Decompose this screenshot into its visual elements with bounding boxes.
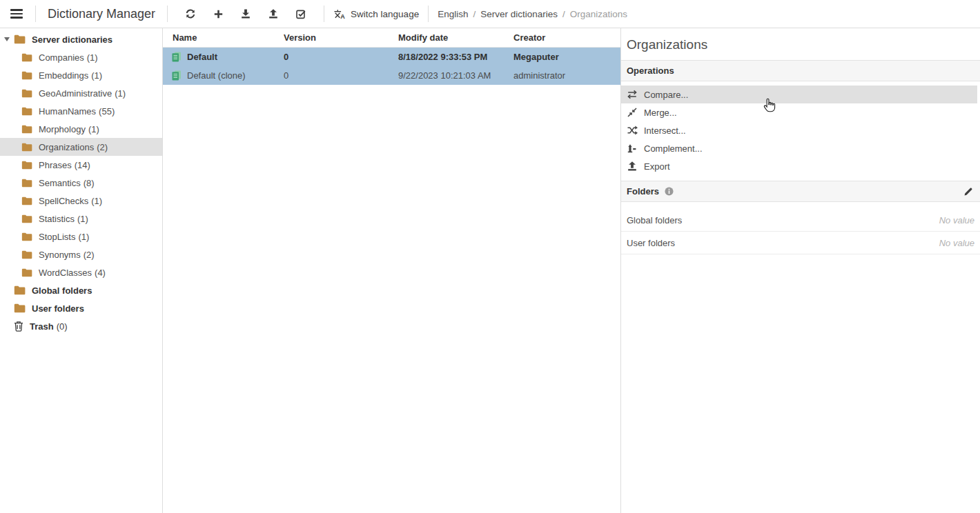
breadcrumb-server-dictionaries[interactable]: Server dictionaries bbox=[480, 9, 558, 19]
item-count: (1) bbox=[78, 232, 89, 242]
folder-icon bbox=[21, 71, 32, 80]
dictionary-manager-app: Dictionary Manager bbox=[0, 0, 980, 513]
table-row-default[interactable]: Default 0 8/18/2022 9:33:53 PM Megaputer bbox=[163, 48, 620, 66]
folder-icon bbox=[21, 268, 32, 277]
operation-export[interactable]: Export bbox=[621, 157, 977, 175]
operation-intersect[interactable]: Intersect... bbox=[621, 121, 977, 139]
sidebar-item-statistics[interactable]: Statistics(1) bbox=[0, 210, 162, 228]
folders-section-header: Folders bbox=[621, 181, 980, 202]
dictionary-name: Default bbox=[187, 52, 217, 62]
item-count: (2) bbox=[84, 250, 95, 260]
trash-icon bbox=[14, 321, 23, 332]
sidebar-item-label: Semantics bbox=[39, 178, 81, 188]
sidebar-item-label: Statistics bbox=[39, 214, 75, 224]
add-button[interactable] bbox=[204, 3, 232, 24]
sidebar-item-organizations[interactable]: Organizations(2) bbox=[0, 138, 162, 156]
sidebar-item-label: Companies bbox=[39, 52, 84, 63]
folder-icon bbox=[21, 125, 32, 134]
divider bbox=[35, 6, 36, 22]
multi-select-button[interactable] bbox=[287, 3, 315, 24]
add-icon bbox=[213, 9, 224, 19]
folder-icon bbox=[14, 285, 26, 295]
column-header-version[interactable]: Version bbox=[284, 32, 398, 43]
folder-icon bbox=[21, 143, 32, 152]
folder-icon bbox=[21, 232, 32, 241]
sidebar-item-semantics[interactable]: Semantics(8) bbox=[0, 174, 162, 192]
folder-icon bbox=[21, 53, 32, 62]
divider bbox=[167, 6, 168, 22]
sidebar-item-global-folders[interactable]: Global folders bbox=[0, 281, 162, 299]
sidebar-item-geoadministrative[interactable]: GeoAdministrative(1) bbox=[0, 84, 162, 102]
refresh-button[interactable] bbox=[177, 3, 204, 24]
import-button[interactable] bbox=[232, 3, 259, 24]
item-count: (55) bbox=[99, 106, 115, 117]
sidebar-item-trash[interactable]: Trash(0) bbox=[0, 317, 162, 335]
sidebar-tree: Server dictionaries Companies(1) Embeddi… bbox=[0, 28, 163, 513]
item-count: (0) bbox=[57, 321, 68, 332]
translate-icon: A bbox=[333, 8, 345, 20]
breadcrumb-current: Organizations bbox=[570, 9, 627, 19]
sidebar-item-label: WordClasses bbox=[39, 268, 92, 278]
folder-icon bbox=[21, 161, 32, 170]
item-count: (4) bbox=[95, 268, 106, 278]
folder-icon bbox=[21, 214, 32, 223]
sidebar-item-phrases[interactable]: Phrases(14) bbox=[0, 156, 162, 174]
sidebar-item-humannames[interactable]: HumanNames(55) bbox=[0, 102, 162, 120]
merge-icon bbox=[627, 107, 638, 118]
sidebar-item-label: HumanNames bbox=[39, 106, 96, 117]
dictionary-modify-date: 8/18/2022 9:33:53 PM bbox=[398, 52, 513, 62]
breadcrumb-separator: / bbox=[473, 9, 476, 19]
sidebar-item-morphology[interactable]: Morphology(1) bbox=[0, 120, 162, 138]
sidebar-item-wordclasses[interactable]: WordClasses(4) bbox=[0, 263, 162, 281]
breadcrumb-language[interactable]: English bbox=[438, 9, 468, 19]
operation-label: Complement... bbox=[644, 143, 703, 154]
sidebar-item-embeddings[interactable]: Embeddings(1) bbox=[0, 66, 162, 84]
item-count: (1) bbox=[87, 52, 98, 63]
user-folders-row: User folders No value bbox=[621, 232, 980, 254]
sidebar-item-stoplists[interactable]: StopLists(1) bbox=[0, 228, 162, 245]
complement-icon bbox=[627, 143, 638, 154]
column-header-modify-date[interactable]: Modify date bbox=[398, 32, 513, 43]
info-icon[interactable] bbox=[665, 187, 674, 196]
divider bbox=[324, 6, 324, 22]
folder-icon bbox=[21, 179, 32, 188]
operation-label: Merge... bbox=[644, 108, 677, 118]
compare-icon bbox=[627, 89, 638, 100]
refresh-icon bbox=[185, 8, 196, 19]
switch-language-button[interactable]: A Switch language bbox=[333, 8, 419, 20]
topbar: Dictionary Manager bbox=[0, 0, 980, 28]
sidebar-item-synonyms[interactable]: Synonyms(2) bbox=[0, 245, 162, 263]
export-button[interactable] bbox=[259, 3, 287, 24]
sidebar-item-server-dictionaries[interactable]: Server dictionaries bbox=[0, 30, 162, 48]
item-count: (1) bbox=[88, 124, 99, 134]
edit-pencil-icon[interactable] bbox=[963, 187, 973, 197]
item-count: (1) bbox=[115, 88, 126, 99]
caret-down-icon[interactable] bbox=[4, 37, 10, 41]
user-folders-label: User folders bbox=[627, 238, 675, 248]
dictionary-version: 0 bbox=[284, 52, 398, 62]
export-upload-icon bbox=[627, 161, 638, 172]
folder-icon bbox=[14, 303, 26, 313]
item-count: (8) bbox=[84, 178, 95, 188]
column-header-name[interactable]: Name bbox=[163, 32, 284, 43]
operation-label: Export bbox=[644, 161, 670, 172]
folder-icon bbox=[21, 107, 32, 116]
sidebar-item-label: StopLists bbox=[39, 232, 75, 242]
operations-header-label: Operations bbox=[627, 66, 674, 76]
svg-text:A: A bbox=[340, 13, 345, 20]
item-count: (14) bbox=[75, 160, 90, 170]
sidebar-item-user-folders[interactable]: User folders bbox=[0, 299, 162, 317]
menu-button[interactable] bbox=[7, 4, 26, 23]
sidebar-item-label: Embeddings bbox=[39, 70, 88, 81]
folder-icon bbox=[21, 250, 32, 259]
column-header-creator[interactable]: Creator bbox=[513, 32, 620, 43]
operation-merge[interactable]: Merge... bbox=[621, 103, 977, 121]
app-title: Dictionary Manager bbox=[45, 7, 158, 21]
operation-compare[interactable]: Compare... bbox=[621, 86, 977, 103]
table-row-default-clone[interactable]: Default (clone) 0 9/22/2023 10:21:03 AM … bbox=[163, 66, 620, 85]
multi-select-checkbox-icon bbox=[295, 8, 306, 19]
sidebar-item-label: User folders bbox=[32, 303, 84, 314]
sidebar-item-spellchecks[interactable]: SpellChecks(1) bbox=[0, 192, 162, 210]
sidebar-item-companies[interactable]: Companies(1) bbox=[0, 48, 162, 66]
operation-complement[interactable]: Complement... bbox=[621, 139, 977, 157]
